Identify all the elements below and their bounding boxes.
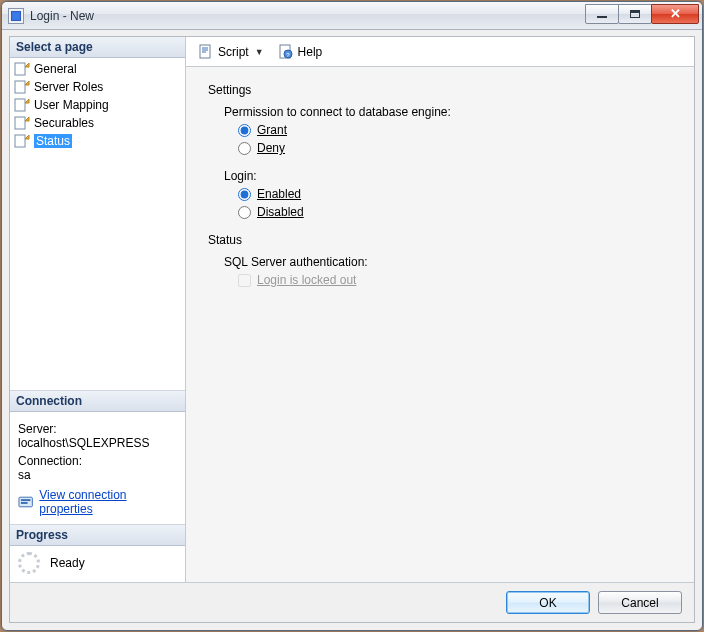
connection-value: sa — [18, 468, 177, 482]
titlebar[interactable]: Login - New ✕ — [2, 2, 702, 30]
app-icon — [8, 8, 24, 24]
connection-panel: Server: localhost\SQLEXPRESS Connection:… — [10, 412, 185, 524]
svg-rect-2 — [15, 99, 25, 111]
svg-rect-6 — [21, 499, 31, 501]
connection-header: Connection — [10, 390, 185, 412]
radio-grant-input[interactable] — [238, 124, 251, 137]
help-icon: ? — [278, 44, 294, 60]
server-label: Server: — [18, 422, 177, 436]
checkbox-locked-out-label: Login is locked out — [257, 273, 356, 287]
svg-rect-0 — [15, 63, 25, 75]
maximize-button[interactable] — [618, 4, 652, 24]
select-page-header: Select a page — [10, 37, 185, 58]
client-area: Select a page General Server Roles — [9, 36, 695, 623]
minimize-button[interactable] — [585, 4, 619, 24]
progress-panel: Ready — [10, 546, 185, 582]
radio-disabled[interactable]: Disabled — [238, 205, 676, 219]
radio-grant-label: Grant — [257, 123, 287, 137]
sql-auth-label: SQL Server authentication: — [224, 255, 676, 269]
radio-enabled-input[interactable] — [238, 188, 251, 201]
svg-rect-7 — [21, 502, 28, 504]
sidebar-item-status[interactable]: Status — [10, 132, 185, 150]
progress-status: Ready — [50, 556, 85, 570]
sidebar-item-server-roles[interactable]: Server Roles — [10, 78, 185, 96]
script-label: Script — [218, 45, 249, 59]
main-pane: Settings Permission to connect to databa… — [186, 67, 694, 582]
sidebar: Select a page General Server Roles — [10, 37, 186, 582]
login-label: Login: — [224, 169, 676, 183]
sidebar-item-label: Status — [34, 134, 72, 148]
sidebar-item-label: Server Roles — [34, 80, 103, 94]
button-bar: OK Cancel — [10, 582, 694, 622]
view-connection-properties-link[interactable]: View connection properties — [39, 488, 177, 516]
script-button[interactable]: Script ▼ — [194, 42, 268, 62]
page-icon — [14, 97, 30, 113]
progress-spinner-icon — [18, 552, 40, 574]
radio-disabled-input[interactable] — [238, 206, 251, 219]
progress-header: Progress — [10, 524, 185, 546]
help-button[interactable]: ? Help — [274, 42, 327, 62]
svg-rect-1 — [15, 81, 25, 93]
checkbox-locked-out-input — [238, 274, 251, 287]
chevron-down-icon: ▼ — [255, 47, 264, 57]
page-icon — [14, 133, 30, 149]
page-icon — [14, 115, 30, 131]
radio-grant[interactable]: Grant — [238, 123, 676, 137]
radio-enabled[interactable]: Enabled — [238, 187, 676, 201]
cancel-button[interactable]: Cancel — [598, 591, 682, 614]
help-label: Help — [298, 45, 323, 59]
connection-label: Connection: — [18, 454, 177, 468]
content-area: Script ▼ ? Help Settings Permission to c… — [186, 37, 694, 582]
page-list: General Server Roles User Mapping — [10, 58, 185, 152]
radio-deny[interactable]: Deny — [238, 141, 676, 155]
sidebar-item-user-mapping[interactable]: User Mapping — [10, 96, 185, 114]
settings-header: Settings — [208, 83, 676, 97]
svg-rect-4 — [15, 135, 25, 147]
radio-enabled-label: Enabled — [257, 187, 301, 201]
checkbox-locked-out: Login is locked out — [238, 273, 676, 287]
page-icon — [14, 79, 30, 95]
radio-deny-input[interactable] — [238, 142, 251, 155]
permission-label: Permission to connect to database engine… — [224, 105, 676, 119]
svg-rect-3 — [15, 117, 25, 129]
ok-button[interactable]: OK — [506, 591, 590, 614]
sidebar-item-label: User Mapping — [34, 98, 109, 112]
close-button[interactable]: ✕ — [651, 4, 699, 24]
page-icon — [14, 61, 30, 77]
server-value: localhost\SQLEXPRESS — [18, 436, 177, 450]
radio-deny-label: Deny — [257, 141, 285, 155]
dialog-window: Login - New ✕ Select a page General — [1, 1, 703, 631]
sidebar-item-general[interactable]: General — [10, 60, 185, 78]
window-title: Login - New — [30, 9, 94, 23]
sidebar-item-label: General — [34, 62, 77, 76]
script-icon — [198, 44, 214, 60]
toolbar: Script ▼ ? Help — [186, 37, 694, 67]
status-header: Status — [208, 233, 676, 247]
connection-properties-icon — [18, 494, 33, 510]
sidebar-item-securables[interactable]: Securables — [10, 114, 185, 132]
window-controls: ✕ — [585, 5, 699, 27]
sidebar-item-label: Securables — [34, 116, 94, 130]
radio-disabled-label: Disabled — [257, 205, 304, 219]
